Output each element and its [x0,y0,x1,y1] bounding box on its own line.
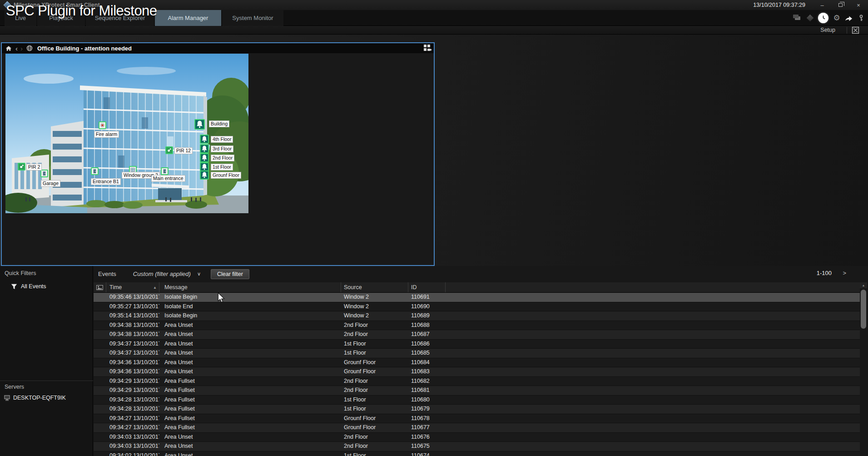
cell-icon [94,367,106,376]
cell-icon [94,433,106,442]
cell-id: 110677 [408,423,446,432]
table-row[interactable]: 09:34:28 13/10/2017Area Fullset1st Floor… [94,405,860,414]
column-header-time[interactable]: Time ▲ [106,282,159,292]
close-button[interactable]: × [853,1,864,9]
table-row[interactable]: 09:34:38 13/10/2017Area Unset2nd Floor11… [94,330,860,340]
device-label-entrance-b1[interactable]: Entrance B1 [91,178,121,185]
device-label-pir-2[interactable]: PIR 2 [26,164,42,170]
events-scrollbar[interactable]: ▲ [860,282,867,456]
table-row[interactable]: 09:34:36 13/10/2017Area UnsetGrounf Floo… [94,358,860,368]
table-row[interactable]: 09:35:46 13/10/2017Isolate BeginWindow 2… [94,293,860,302]
tab-live[interactable]: Live [5,10,36,26]
cell-msg: Area Fullset [159,386,341,395]
table-row[interactable]: 09:34:29 13/10/2017Area Fullset2nd Floor… [94,377,860,386]
cell-src: 2nd Floor [341,386,408,395]
cell-msg: Isolate End [159,302,341,311]
clear-filter-button[interactable]: Clear filter [211,269,249,279]
door-device-icon-garage[interactable] [40,170,48,177]
table-row[interactable]: 09:34:28 13/10/2017Area Fullset1st Floor… [94,396,860,405]
tab-system-monitor[interactable]: System Monitor [222,10,283,26]
cell-time: 09:34:38 13/10/2017 [106,330,159,339]
cell-msg: Area Unset [159,321,341,330]
fullscreen-icon[interactable] [852,26,860,34]
zone-label-building[interactable]: Building [209,120,229,127]
map-overview-globe-icon[interactable] [25,44,34,52]
restore-button[interactable] [834,1,846,9]
door-device-icon-main-entrance[interactable] [161,167,169,175]
column-header-id[interactable]: ID [408,282,446,292]
map-back-icon[interactable]: ‹ [15,45,18,52]
zone-label-3rd-floor[interactable]: 3rd Floor [211,145,233,152]
tabbar-tools: ⚙ [794,10,865,26]
table-row[interactable]: 09:34:38 13/10/2017Area Unset2nd Floor11… [94,321,860,331]
table-row[interactable]: 09:34:37 13/10/2017Area Unset1st Floor11… [94,340,860,349]
zone-bell-icon-4th-floor[interactable] [200,135,209,144]
workspace-diamond-icon[interactable] [806,14,814,22]
column-header-preview[interactable] [94,282,106,292]
device-label-garage[interactable]: Garage [41,180,60,187]
cell-id: 110675 [408,442,446,451]
table-row[interactable]: 09:35:14 13/10/2017Isolate BeginWindow 2… [94,311,860,321]
cell-icon [94,442,106,451]
zone-label-1st-floor[interactable]: 1st Floor [211,164,233,170]
table-row[interactable]: 09:34:29 13/10/2017Area Fullset2nd Floor… [94,386,860,396]
pir-device-icon-pir-2[interactable] [18,163,25,170]
settings-gear-icon[interactable]: ⚙ [833,14,841,22]
pir-device-icon-pir-12[interactable] [165,146,173,154]
building-photo [5,54,248,213]
map-forward-icon[interactable]: › [20,45,23,52]
fire-device-icon-fire-alarm[interactable] [99,121,106,129]
device-label-main-entrance[interactable]: Main entrance [151,175,185,182]
chevron-down-icon[interactable]: ∨ [197,271,201,277]
sidebar-item-server[interactable]: DESKTOP-EQFT9IK [4,395,66,401]
home-icon[interactable] [5,44,13,52]
tab-alarm-manager[interactable]: Alarm Manager [155,10,221,26]
table-row[interactable]: 09:34:03 13/10/2017Area Unset2nd Floor11… [94,433,860,442]
table-row[interactable]: 09:35:27 13/10/2017Isolate EndWindow 211… [94,302,860,312]
table-row[interactable]: 09:34:36 13/10/2017Area UnsetGrounf Floo… [94,367,860,377]
table-row[interactable]: 09:34:27 13/10/2017Area FullsetGrounf Fl… [94,423,860,433]
tile-toolbar-icon[interactable] [423,44,432,52]
minimize-button[interactable]: – [816,1,828,9]
door-device-icon-entrance-b1[interactable] [91,167,99,175]
table-row[interactable]: 09:34:27 13/10/2017Area FullsetGrounf Fl… [94,414,860,424]
zone-bell-icon-1st-floor[interactable] [200,162,209,171]
setup-button[interactable]: Setup [820,27,835,33]
zone-label-grounf-floor[interactable]: Grounf Floor [211,172,241,179]
cell-src: 2nd Floor [341,321,408,330]
scrollbar-thumb[interactable] [861,290,866,329]
cell-id: 110679 [408,405,446,414]
zone-label-2nd-floor[interactable]: 2nd Floor [211,155,234,161]
next-page-button[interactable]: > [843,270,846,276]
zone-label-4th-floor[interactable]: 4th Floor [211,136,233,143]
cell-msg: Area Fullset [159,423,341,432]
zone-bell-icon-2nd-floor[interactable] [200,153,209,162]
zone-bell-icon-3rd-floor[interactable] [200,144,209,153]
tab-sequence-explorer[interactable]: Sequence Explorer [86,10,154,26]
column-header-source[interactable]: Source [341,282,408,292]
column-header-message[interactable]: Message [159,282,341,292]
time-clock-icon[interactable] [818,13,828,23]
zone-bell-icon-building[interactable] [194,119,205,130]
cell-time: 09:34:27 13/10/2017 [106,423,159,432]
zone-bell-icon-grounf-floor[interactable] [200,170,209,180]
cell-src: Grounf Floor [341,423,408,432]
sidebar-item-all-events[interactable]: All Events [11,283,46,290]
all-events-label: All Events [21,283,46,290]
key-icon[interactable] [857,14,865,22]
scroll-up-icon[interactable]: ▲ [860,282,867,288]
device-label-fire-alarm[interactable]: Fire alarm [94,131,119,138]
tab-playback[interactable]: Playback [37,10,85,26]
device-label-pir-12[interactable]: PIR 12 [174,147,193,154]
window-titlebar: Milestone XProtect Smart Client 13/10/20… [0,0,868,10]
cell-id: 110685 [408,349,446,358]
cell-time: 09:34:38 13/10/2017 [106,321,159,330]
table-row[interactable]: 09:34:02 13/10/2017Area Unset1st Floor11… [94,451,860,456]
panes-icon[interactable] [794,14,802,22]
app-title: Milestone XProtect Smart Client [14,2,100,8]
map-view-panel[interactable]: ‹ › Office Building - attention needed [1,42,435,266]
table-row[interactable]: 09:34:03 13/10/2017Area Unset2nd Floor11… [94,442,860,451]
table-row[interactable]: 09:34:37 13/10/2017Area Unset1st Floor11… [94,349,860,358]
export-arrow-icon[interactable] [845,14,853,22]
cell-id: 110691 [408,293,446,302]
